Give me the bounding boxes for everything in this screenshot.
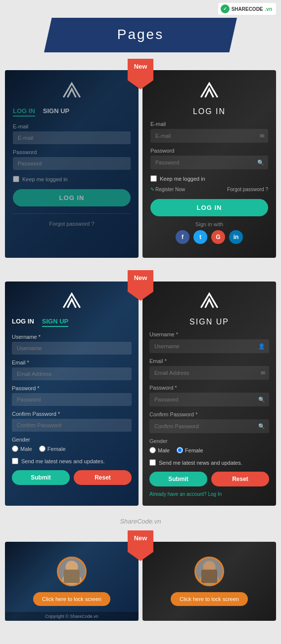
password-input-dark[interactable] <box>150 156 268 169</box>
email-input-blue[interactable] <box>13 131 131 144</box>
login-title-dark: LOG IN <box>150 107 268 116</box>
email-icon: ✉ <box>260 133 264 139</box>
signup-title-dark: SIGN UP <box>149 318 269 326</box>
email-input-signup-dark[interactable] <box>149 366 269 380</box>
confirm-icon: 🔍 <box>258 423 265 430</box>
avatar-svg-blue <box>58 558 85 585</box>
tab-signup-blue[interactable]: SIGN UP <box>43 107 69 117</box>
logo-dark <box>150 80 268 101</box>
gender-label-blue: Gender <box>12 437 132 443</box>
female-option-dark[interactable]: Female <box>177 447 203 453</box>
login-card-dark: LOG IN E-mail ✉ Password 🔍 Keep me logge… <box>142 70 276 258</box>
btn-row-blue: Submit Reset <box>12 470 132 485</box>
male-radio-blue[interactable] <box>12 445 18 452</box>
male-radio-dark[interactable] <box>149 447 156 453</box>
watermark: ShareCode.vn <box>120 518 161 525</box>
female-radio-dark[interactable] <box>177 447 183 453</box>
password-icon: 🔍 <box>257 160 264 166</box>
already-account: Already have an account? Log In <box>149 491 269 497</box>
male-option-blue[interactable]: Male <box>12 445 32 452</box>
female-radio-blue[interactable] <box>39 445 46 452</box>
reset-button-dark[interactable]: Reset <box>211 472 269 486</box>
email-input-signup-blue[interactable] <box>12 367 132 380</box>
sharecode-logo: ✓ SHARECODE.vn <box>218 3 276 15</box>
newsletter-checkbox-blue[interactable] <box>12 458 18 464</box>
lock-card-dark: Click here to lock screen <box>142 542 276 621</box>
password-input-signup-blue[interactable] <box>12 393 132 406</box>
forgot-link-dark[interactable]: Forgot password ? <box>227 187 268 192</box>
confirm-input-dark[interactable] <box>149 419 269 433</box>
username-label-dark: Username * <box>149 331 269 337</box>
gender-row-blue: Male Female <box>12 445 132 452</box>
forgot-link-blue[interactable]: Forgot password ? <box>13 221 131 227</box>
gender-row-dark: Male Female <box>149 447 269 453</box>
lock-section: New Click here to lock screen Copyright … <box>0 533 281 626</box>
confirm-label-dark: Confirm Password * <box>149 411 269 417</box>
submit-button-dark[interactable]: Submit <box>149 472 207 486</box>
page-title: Pages <box>44 27 237 42</box>
lock-button-blue[interactable]: Click here to lock screen <box>33 592 110 606</box>
btn-row-dark: Submit Reset <box>149 472 269 486</box>
svg-rect-7 <box>201 569 217 583</box>
twitter-icon[interactable]: t <box>193 230 207 244</box>
password-input-blue[interactable] <box>13 157 131 170</box>
copyright: Copyright © ShareCode.vn <box>5 612 139 621</box>
logo-signup-dark <box>149 290 269 312</box>
login-button-dark[interactable]: LOG IN <box>150 199 268 216</box>
email-label-signup-dark: Email * <box>149 358 269 364</box>
newsletter-row-blue: Send me latest news and updates. <box>12 458 132 464</box>
password-icon-signup: 🔍 <box>258 397 265 403</box>
social-icons: f t G in <box>150 230 268 244</box>
facebook-icon[interactable]: f <box>176 230 189 244</box>
register-link[interactable]: ✎ Register Now <box>150 187 185 192</box>
user-icon: 👤 <box>258 343 265 350</box>
new-badge-2: New <box>128 270 153 301</box>
linkedin-icon[interactable]: in <box>229 230 243 244</box>
tab-signup-signup-blue[interactable]: SIGN UP <box>42 318 68 327</box>
google-plus-icon[interactable]: G <box>211 230 225 244</box>
avatar-svg-dark <box>196 558 223 585</box>
email-label-blue: E-mail <box>13 123 131 129</box>
signup-card-blue: LOG IN SIGN UP Username * Email * Passwo… <box>5 282 139 506</box>
page-header: Pages <box>44 18 237 52</box>
username-label-blue: Username * <box>12 334 132 340</box>
confirm-label-blue: Confirm Password * <box>12 411 132 417</box>
new-badge-3: New <box>128 530 153 561</box>
gender-label-dark: Gender <box>149 438 269 444</box>
remember-row-dark: Keep me logged in <box>150 175 268 182</box>
confirm-input-blue[interactable] <box>12 419 132 432</box>
newsletter-checkbox-dark[interactable] <box>149 459 156 466</box>
avatar-blue <box>57 557 87 586</box>
signup-card-dark: SIGN UP Username * 👤 Email * ✉ Password … <box>142 282 276 506</box>
male-option-dark[interactable]: Male <box>149 447 170 453</box>
tab-nav-blue: LOG IN SIGN UP <box>13 107 131 117</box>
tab-nav-signup-blue: LOG IN SIGN UP <box>12 318 132 327</box>
reset-button-blue[interactable]: Reset <box>74 470 132 485</box>
remember-checkbox-dark[interactable] <box>150 175 157 182</box>
lock-card-blue: Click here to lock screen Copyright © Sh… <box>5 542 139 621</box>
female-option-blue[interactable]: Female <box>39 445 66 452</box>
password-label-signup-dark: Password * <box>149 385 269 391</box>
tab-login-signup-blue[interactable]: LOG IN <box>12 318 34 327</box>
logo-signup-blue <box>12 290 132 312</box>
password-label-dark: Password <box>150 148 268 154</box>
svg-rect-3 <box>64 569 80 583</box>
email-input-dark[interactable] <box>150 129 268 143</box>
register-icon: ✎ <box>150 187 154 192</box>
lock-button-dark[interactable]: Click here to lock screen <box>171 592 248 606</box>
email-label-dark: E-mail <box>150 121 268 127</box>
password-input-signup-dark[interactable] <box>149 393 269 406</box>
submit-button-blue[interactable]: Submit <box>12 470 70 485</box>
login-button-blue[interactable]: LOG IN <box>13 189 131 206</box>
remember-row-blue: Keep me logged in <box>13 176 131 182</box>
remember-checkbox-blue[interactable] <box>13 176 19 182</box>
signup-section: New LOG IN SIGN UP Username * Email * <box>0 273 281 515</box>
username-input-blue[interactable] <box>12 342 132 355</box>
username-input-dark[interactable] <box>149 339 269 353</box>
password-label-signup-blue: Password * <box>12 385 132 391</box>
email-icon-signup: ✉ <box>261 370 265 376</box>
sign-in-with-label: Sign in with <box>150 221 268 227</box>
tab-login-blue[interactable]: LOG IN <box>13 107 35 117</box>
newsletter-row-dark: Send me latest news and updates. <box>149 459 269 466</box>
email-label-signup-blue: Email * <box>12 360 132 365</box>
